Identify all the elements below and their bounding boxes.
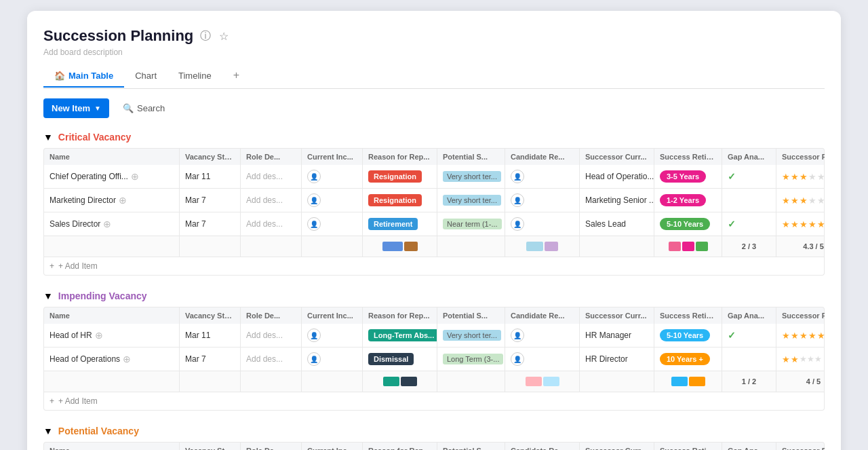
group-toggle-potential[interactable]: ▼ xyxy=(43,426,53,436)
col-candidate-re: Candidate Re... xyxy=(505,307,580,324)
summary-reason-bar xyxy=(363,371,437,392)
tab-timeline[interactable]: Timeline xyxy=(167,65,222,88)
search-button[interactable]: 🔍 Search xyxy=(116,99,172,117)
col-reason: Reason for Rep... xyxy=(363,149,437,165)
group-header-critical: ▼ Critical Vacancy xyxy=(43,129,825,145)
col-successor-curr: Successor Curr... xyxy=(580,307,654,324)
cell-candidate-re: 👤 xyxy=(505,189,580,212)
cell-gap-ana: ✓ xyxy=(722,165,776,188)
cell-vacancy-start: Mar 11 xyxy=(180,324,241,347)
cell-name-md: Marketing Director ⊕ xyxy=(44,189,180,212)
add-row-icon[interactable]: ⊕ xyxy=(103,219,111,229)
cell-reason: Resignation xyxy=(363,189,437,212)
cell-successor-curr: HR Manager xyxy=(580,324,654,347)
tab-main-table[interactable]: 🏠 Main Table xyxy=(43,65,124,88)
summary-cell-empty xyxy=(180,236,241,257)
avatar: 👤 xyxy=(511,329,524,342)
cell-potential-s: Long Term (3-... xyxy=(437,348,505,371)
bar-pink-light xyxy=(669,242,681,251)
col-role-desc: Role De... xyxy=(241,149,302,165)
add-row-icon[interactable]: ⊕ xyxy=(123,354,131,364)
table-row: Head of Operations ⊕ Mar 7 Add des... 👤 … xyxy=(43,348,825,371)
avatar: 👤 xyxy=(307,170,321,183)
stars: ★★★★★ xyxy=(782,219,825,229)
table-row: Head of HR ⊕ Mar 11 Add des... 👤 Long-Te… xyxy=(43,324,825,348)
reason-pill: Dismissal xyxy=(368,353,414,365)
retirement-pill: 3-5 Years xyxy=(660,170,706,183)
cell-successor-perf: ★★★★★ xyxy=(776,189,825,212)
add-row-icon[interactable]: ⊕ xyxy=(131,171,139,182)
avatar: 👤 xyxy=(511,352,524,366)
plus-icon: + xyxy=(50,261,54,271)
cell-retirement: 3-5 Years xyxy=(654,165,722,188)
table-row: Marketing Director ⊕ Mar 7 Add des... 👤 … xyxy=(43,189,825,212)
bar-blue xyxy=(382,242,403,251)
cell-reason: Dismissal xyxy=(363,348,437,371)
stars: ★★★ xyxy=(782,172,808,182)
cell-successor-perf: ★★★★★ xyxy=(776,212,825,236)
summary-cell-candidate-bar xyxy=(505,236,580,257)
cell-gap-ana: ✓ xyxy=(722,212,776,236)
add-item-impending[interactable]: + + Add Item xyxy=(43,392,825,411)
col-vacancy-start: Vacancy Start... xyxy=(180,307,241,324)
bar-brown xyxy=(404,242,418,251)
plus-icon: + xyxy=(50,396,54,406)
col-retirement: Success Retirem... xyxy=(654,149,722,165)
retirement-pill: 10 Years + xyxy=(660,353,710,365)
add-row-icon[interactable]: ⊕ xyxy=(95,330,103,341)
new-item-button[interactable]: New Item ▼ xyxy=(43,98,109,118)
retirement-pill: 5-10 Years xyxy=(660,218,710,230)
star-icon[interactable]: ☆ xyxy=(218,29,230,44)
avatar: 👤 xyxy=(307,352,321,366)
tab-chart[interactable]: Chart xyxy=(124,65,167,88)
avatar: 👤 xyxy=(307,193,321,207)
board-description[interactable]: Add board description xyxy=(43,48,825,57)
group-title-impending: Impending Vacancy xyxy=(58,290,147,301)
summary-cell-fraction: 2 / 3 xyxy=(722,236,776,257)
search-icon: 🔍 xyxy=(123,103,134,113)
group-critical: ▼ Critical Vacancy Name Vacancy Start...… xyxy=(43,129,825,276)
col-vacancy-start: Vacancy Start... xyxy=(180,149,241,165)
summary-cell-reason-bar xyxy=(363,236,437,257)
bar-green xyxy=(696,242,708,251)
reason-pill: Resignation xyxy=(368,170,422,183)
cell-current-inc: 👤 xyxy=(302,189,363,212)
avatar: 👤 xyxy=(307,217,321,231)
cell-role-desc[interactable]: Add des... xyxy=(241,348,302,371)
cell-candidate-re: 👤 xyxy=(505,324,580,347)
col-name: Name xyxy=(44,307,180,324)
col-retirement: Success Retirem... xyxy=(654,307,722,324)
retirement-pill: 5-10 Years xyxy=(660,329,710,341)
summary-cell-empty xyxy=(437,236,505,257)
avatar: 👤 xyxy=(511,170,524,183)
page-title: Succession Planning xyxy=(43,27,193,45)
summary-score: 4 / 5 xyxy=(776,371,825,392)
cell-role-desc[interactable]: Add des... xyxy=(241,189,302,212)
col-current-inc: Current Inc... xyxy=(302,149,363,165)
reason-pill: Retirement xyxy=(368,218,418,230)
cell-potential-s: Very short ter... xyxy=(437,324,505,347)
add-item-critical[interactable]: + + Add Item xyxy=(43,257,825,276)
cell-vacancy-start: Mar 11 xyxy=(180,165,241,188)
cell-gap-ana xyxy=(722,189,776,212)
cell-retirement: 10 Years + xyxy=(654,348,722,371)
col-reason: Reason for Rep... xyxy=(363,307,437,324)
bar-light-blue xyxy=(526,242,543,251)
reason-bar xyxy=(382,242,418,251)
cell-role-desc[interactable]: Add des... xyxy=(241,165,302,188)
col-candidate-re: Candidate Re... xyxy=(505,149,580,165)
cell-role-desc[interactable]: Add des... xyxy=(241,324,302,347)
group-toggle-impending[interactable]: ▼ xyxy=(43,290,53,301)
add-row-icon[interactable]: ⊕ xyxy=(119,195,127,206)
cell-retirement: 5-10 Years xyxy=(654,324,722,347)
col-role-desc: Role De... xyxy=(241,307,302,324)
col-gap-ana: Gap Ana... xyxy=(722,307,776,324)
cell-role-desc[interactable]: Add des... xyxy=(241,212,302,236)
group-toggle-critical[interactable]: ▼ xyxy=(43,132,53,143)
cell-reason: Retirement xyxy=(363,212,437,236)
dropdown-arrow-icon: ▼ xyxy=(94,105,101,112)
summary-fraction: 2 / 3 xyxy=(742,242,756,250)
tab-add[interactable]: + xyxy=(222,64,250,88)
tab-bar: 🏠 Main Table Chart Timeline + xyxy=(43,64,825,89)
info-icon[interactable]: ⓘ xyxy=(199,28,212,45)
